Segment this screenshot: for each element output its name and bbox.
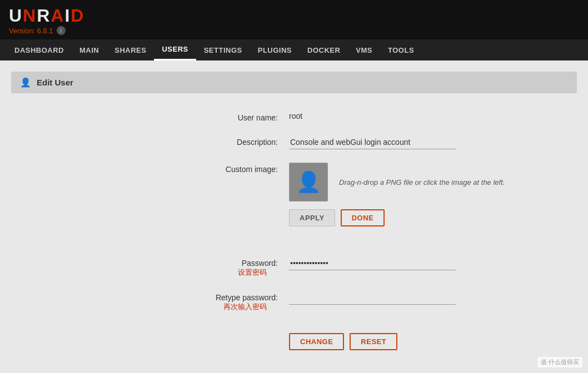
- password-label: Password: 设置密码: [17, 256, 289, 278]
- password-hint: 设置密码: [17, 268, 278, 278]
- logo-n: N: [23, 6, 37, 26]
- nav-users[interactable]: USERS: [154, 39, 196, 61]
- nav-dashboard[interactable]: DASHBOARD: [7, 41, 72, 60]
- description-row: Description:: [17, 129, 571, 156]
- nav-shares[interactable]: SHARES: [107, 41, 154, 60]
- image-btn-row: APPLY DONE: [289, 209, 571, 226]
- password-value: [289, 256, 571, 270]
- page-content: 👤 Edit User User name: root Description:…: [0, 61, 588, 368]
- retype-hint: 再次输入密码: [17, 302, 278, 312]
- description-value: [289, 135, 571, 149]
- change-reset-row: CHANGE RESET: [17, 319, 571, 357]
- username-label: User name:: [17, 111, 289, 122]
- nav-tools[interactable]: TOOLS: [380, 41, 422, 60]
- logo-text: UNRAID: [9, 6, 84, 26]
- nav-settings[interactable]: SETTINGS: [196, 41, 250, 60]
- username-text: root: [289, 109, 302, 120]
- watermark: 值·什么值得买: [537, 357, 582, 367]
- custom-image-label: Custom image:: [17, 163, 289, 174]
- nav-plugins[interactable]: PLUGINS: [250, 41, 300, 60]
- custom-image-row: Custom image: 👤 Drag-n-drop a PNG file o…: [17, 156, 571, 233]
- password-btn-row: CHANGE RESET: [289, 333, 571, 350]
- nav-docker[interactable]: DOCKER: [300, 41, 348, 60]
- custom-image-value: 👤 Drag-n-drop a PNG file or click the im…: [289, 163, 571, 226]
- section-header: 👤 Edit User: [11, 72, 577, 93]
- done-button[interactable]: DONE: [341, 209, 385, 226]
- logo-a: A: [51, 6, 64, 26]
- section-title: Edit User: [37, 78, 73, 87]
- spacer: [17, 233, 571, 250]
- logo-d: D: [71, 6, 84, 26]
- header: UNRAID Version: 6.8.1 i: [0, 0, 588, 39]
- info-icon[interactable]: i: [57, 26, 66, 35]
- change-reset-buttons: CHANGE RESET: [289, 325, 571, 350]
- logo: UNRAID: [9, 6, 579, 26]
- nav-vms[interactable]: VMS: [348, 41, 380, 60]
- drag-text: Drag-n-drop a PNG file or click the imag…: [339, 178, 505, 186]
- password-input[interactable]: [289, 256, 456, 270]
- edit-user-form: User name: root Description: Custom imag…: [11, 104, 577, 357]
- user-icon: 👤: [20, 77, 31, 88]
- username-value: root: [289, 111, 571, 121]
- username-row: User name: root: [17, 104, 571, 129]
- change-label-spacer: [17, 325, 289, 327]
- version-line: Version: 6.8.1 i: [9, 26, 579, 35]
- description-label: Description:: [17, 135, 289, 147]
- apply-button[interactable]: APPLY: [289, 209, 335, 226]
- version-text: Version: 6.8.1: [9, 27, 53, 35]
- logo-r: R: [37, 6, 51, 26]
- main-nav: DASHBOARD MAIN SHARES USERS SETTINGS PLU…: [0, 39, 588, 61]
- retype-row: Retype password: 再次输入密码: [17, 284, 571, 319]
- reset-button[interactable]: RESET: [350, 333, 397, 350]
- nav-main[interactable]: MAIN: [72, 41, 107, 60]
- logo-i: I: [64, 6, 71, 26]
- image-row: 👤 Drag-n-drop a PNG file or click the im…: [289, 163, 571, 201]
- retype-input[interactable]: [289, 291, 456, 305]
- change-button[interactable]: CHANGE: [289, 333, 344, 350]
- password-row: Password: 设置密码: [17, 250, 571, 284]
- retype-label: Retype password: 再次输入密码: [17, 291, 289, 312]
- description-input[interactable]: [289, 135, 456, 149]
- retype-value: [289, 291, 571, 305]
- logo-u: U: [9, 6, 23, 26]
- avatar-upload[interactable]: 👤: [289, 163, 328, 201]
- avatar-icon: 👤: [296, 170, 321, 194]
